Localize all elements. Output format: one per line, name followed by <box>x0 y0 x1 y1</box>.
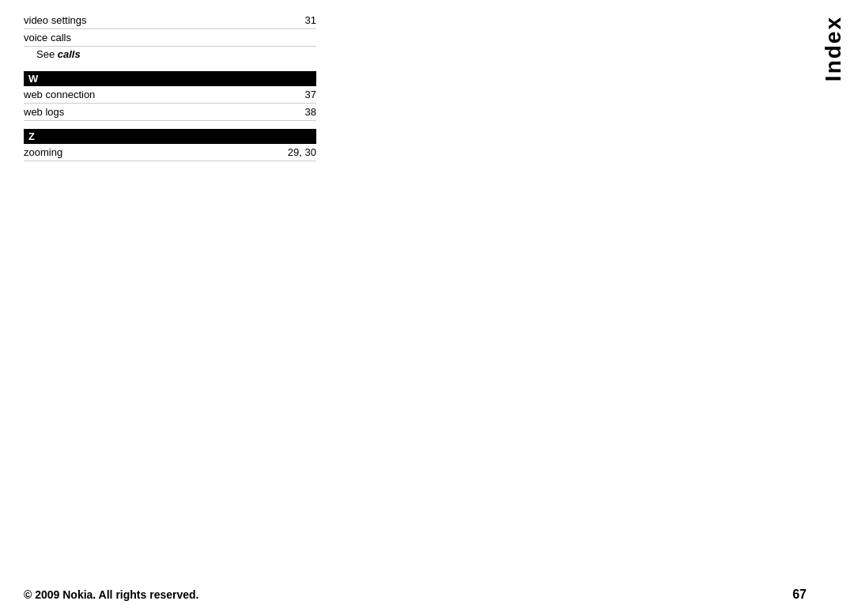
list-item: web logs 38 <box>24 104 316 121</box>
entry-term: web logs <box>24 106 299 118</box>
entry-term: web connection <box>24 89 299 100</box>
index-title: Index <box>821 16 846 81</box>
index-sidebar: Index <box>813 0 854 616</box>
list-item: zooming 29, 30 <box>24 144 316 161</box>
entry-term: voice calls <box>24 32 310 43</box>
list-item: video settings 31 <box>24 12 316 29</box>
section-header-z: Z <box>24 129 316 144</box>
footer: © 2009 Nokia. All rights reserved. 67 <box>24 588 807 602</box>
page: Index video settings 31 voice calls See … <box>0 0 854 616</box>
entry-page: 37 <box>305 89 316 100</box>
entry-term: zooming <box>24 146 282 158</box>
entry-term: video settings <box>24 14 299 26</box>
entry-page: 29, 30 <box>288 146 316 158</box>
main-content: video settings 31 voice calls See calls … <box>24 12 316 161</box>
list-item: voice calls <box>24 29 316 47</box>
section-header-w: W <box>24 71 316 86</box>
entry-page: 31 <box>305 14 316 26</box>
footer-page-number: 67 <box>792 588 807 602</box>
see-note: See calls <box>24 47 316 63</box>
footer-copyright: © 2009 Nokia. All rights reserved. <box>24 588 198 601</box>
list-item: web connection 37 <box>24 86 316 104</box>
entry-page: 38 <box>305 106 316 118</box>
see-note-italic: calls <box>58 48 81 60</box>
